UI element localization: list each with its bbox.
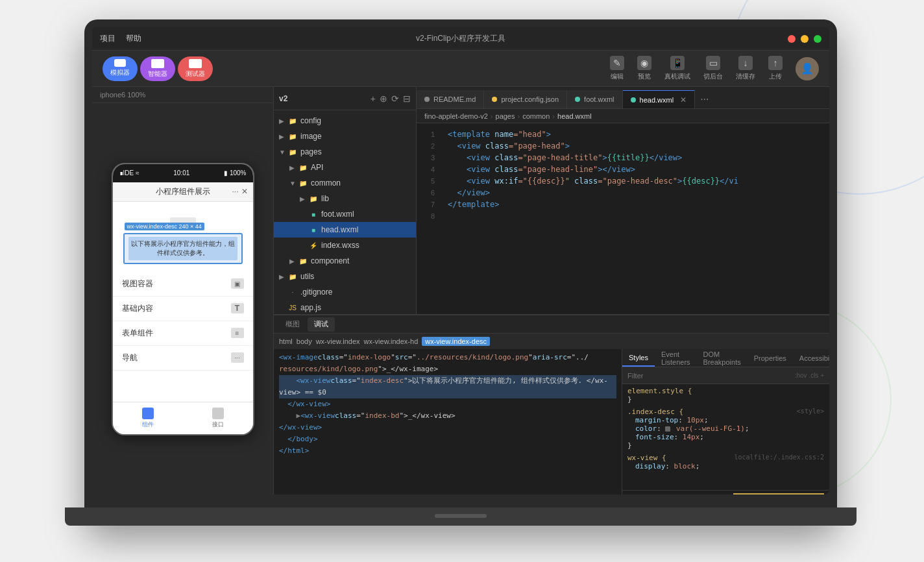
tab-dot — [575, 97, 580, 102]
style-close: } — [627, 441, 824, 450]
action-background[interactable]: ▭ 切后台 — [703, 56, 723, 81]
devtools-tab-wxml[interactable]: 概图 — [279, 317, 306, 332]
tree-item-utils[interactable]: ▶ 📁 utils — [274, 269, 416, 284]
styles-filter-row: :hov .cls + — [622, 367, 829, 384]
main-area: iphone6 100% ∎IDE ≈ 10:01 ▮ 100% 小程序组件展示 — [92, 87, 829, 495]
html-bc-index-hd[interactable]: wx-view.index-hd — [364, 337, 419, 345]
new-folder-icon[interactable]: ⊕ — [380, 93, 387, 104]
action-clear-cache[interactable]: ↓ 清缓存 — [736, 56, 755, 81]
tree-item-api[interactable]: ▶ 📁 API — [274, 160, 416, 175]
mode-editor[interactable]: 智能器 — [140, 56, 175, 81]
edit-icon: ✎ — [610, 56, 624, 70]
line-4: 4 — [417, 164, 440, 175]
html-token: ▶ — [279, 410, 300, 422]
html-token: <wx-view — [297, 375, 331, 387]
code-content[interactable]: <template name="head"> <view class="page… — [440, 123, 829, 314]
styles-tab-dom-breakpoints[interactable]: DOM Breakpoints — [697, 349, 748, 367]
phone-nav-item-1[interactable]: 接口 — [183, 402, 253, 434]
file-icon: · — [288, 287, 297, 297]
html-bc-index-desc[interactable]: wx-view.index-desc — [422, 337, 490, 346]
tree-item-index-wxss[interactable]: ⚡ index.wxss — [274, 238, 416, 253]
tab-head-wxml[interactable]: head.wxml ✕ — [623, 90, 696, 108]
tree-label: app.js — [300, 303, 321, 312]
devtools-panel: 概图 调试 html body wx-view.index wx-view.in… — [274, 314, 829, 495]
code-line-7: </template> — [448, 199, 821, 210]
mode-tester[interactable]: 测试器 — [178, 56, 213, 81]
tree-item-pages[interactable]: ▼ 📁 pages — [274, 144, 416, 160]
mode-simulator[interactable]: 模拟器 — [103, 56, 138, 81]
tab-foot-wxml[interactable]: foot.wxml — [567, 90, 622, 108]
action-device-debug[interactable]: 📱 真机调试 — [664, 56, 690, 81]
menu-item-project[interactable]: 项目 — [100, 33, 116, 44]
preview-icon: ◉ — [637, 56, 651, 70]
tab-close-icon[interactable]: ✕ — [680, 95, 687, 104]
line-3: 3 — [417, 152, 440, 164]
code-area: 1 2 3 4 5 6 7 8 <templa — [417, 123, 829, 314]
styles-tab-accessibility[interactable]: Accessibility — [793, 349, 829, 367]
tree-item-common[interactable]: ▼ 📁 common — [274, 175, 416, 191]
phone-signal: ∎IDE ≈ — [119, 169, 140, 177]
list-item-label-3: 导航 — [122, 352, 138, 363]
tree-item-gitignore[interactable]: · .gitignore — [274, 284, 416, 300]
action-upload[interactable]: ↑ 上传 — [768, 56, 783, 81]
styles-tab-styles[interactable]: Styles — [622, 349, 655, 367]
html-code-area[interactable]: <wx-image class="index-logo" src="../res… — [274, 349, 622, 495]
tree-item-lib[interactable]: ▶ 📁 lib — [274, 191, 416, 206]
styles-tab-event-listeners[interactable]: Event Listeners — [655, 349, 697, 367]
app-window: 项目 帮助 v2-FinClip小程序开发工具 模拟器 智能器 — [92, 27, 829, 495]
html-bc-body[interactable]: body — [297, 337, 312, 345]
action-clear-cache-label: 清缓存 — [736, 72, 755, 81]
close-btn[interactable] — [788, 35, 796, 43]
html-token — [279, 375, 297, 387]
tree-item-head-wxml[interactable]: ■ head.wxml — [274, 222, 416, 238]
html-line-7: </body> — [279, 434, 616, 445]
html-token: ../resources/kind/logo.png — [417, 352, 528, 363]
html-token: index-desc — [361, 375, 404, 387]
devtools-tab-styles[interactable]: 调试 — [308, 317, 335, 332]
line-numbers: 1 2 3 4 5 6 7 8 — [417, 123, 440, 314]
device-info: iphone6 100% — [92, 87, 273, 103]
maximize-btn[interactable] — [814, 35, 821, 43]
html-token: index-bd — [365, 410, 399, 422]
new-file-icon[interactable]: + — [371, 93, 376, 104]
html-line-6: </wx-view> — [279, 422, 616, 434]
file-wxml-icon: ■ — [309, 225, 318, 234]
menu-item-help[interactable]: 帮助 — [126, 33, 141, 44]
chevron-icon: ▼ — [289, 180, 298, 187]
action-edit[interactable]: ✎ 编辑 — [610, 56, 624, 81]
code-token: <view — [457, 141, 485, 151]
tab-more[interactable]: ··· — [695, 90, 714, 108]
tree-item-app-js[interactable]: JS app.js — [274, 300, 416, 314]
minimize-btn[interactable] — [801, 35, 808, 43]
chevron-icon: ▶ — [279, 133, 288, 140]
phone-nav-item-0[interactable]: 组件 — [113, 402, 183, 434]
nav-label-1: 接口 — [212, 421, 224, 429]
tree-item-image[interactable]: ▶ 📁 image — [274, 128, 416, 144]
html-line-0: <wx-image class="index-logo" src="../res… — [279, 352, 616, 363]
tab-readme[interactable]: README.md — [417, 90, 484, 108]
tree-label: pages — [300, 147, 322, 156]
html-bc-index[interactable]: wx-view.index — [316, 337, 360, 345]
tab-project-config[interactable]: project.config.json — [484, 90, 567, 108]
refresh-icon[interactable]: ⟳ — [391, 93, 399, 104]
code-token: {{desc}} — [682, 177, 720, 186]
styles-filter-input[interactable] — [627, 372, 790, 380]
html-token: </wx-view> — [279, 398, 330, 410]
collapse-icon[interactable]: ⊟ — [403, 93, 411, 104]
html-bc-html[interactable]: html — [279, 337, 293, 345]
html-token: " — [528, 352, 533, 363]
code-line-8 — [448, 210, 821, 222]
phone-frame: ∎IDE ≈ 10:01 ▮ 100% 小程序组件展示 ··· ✕ — [112, 163, 254, 435]
user-avatar[interactable]: 👤 — [796, 57, 819, 80]
clear-cache-icon: ↓ — [738, 56, 753, 70]
margin-box: margin 10 border - paddi — [733, 493, 824, 495]
tree-item-config[interactable]: ▶ 📁 config — [274, 113, 416, 128]
editor-row: v2 + ⊕ ⟳ ⊟ ▶ 📁 — [274, 87, 829, 314]
tree-item-component[interactable]: ▶ 📁 component — [274, 253, 416, 269]
tree-item-foot-wxml[interactable]: ■ foot.wxml — [274, 206, 416, 222]
html-line-4: </wx-view> — [279, 398, 616, 410]
html-token: =" — [408, 352, 417, 363]
list-item-2: 表单组件 ≡ — [113, 321, 253, 346]
action-preview[interactable]: ◉ 预览 — [637, 56, 651, 81]
styles-tab-properties[interactable]: Properties — [748, 349, 793, 367]
